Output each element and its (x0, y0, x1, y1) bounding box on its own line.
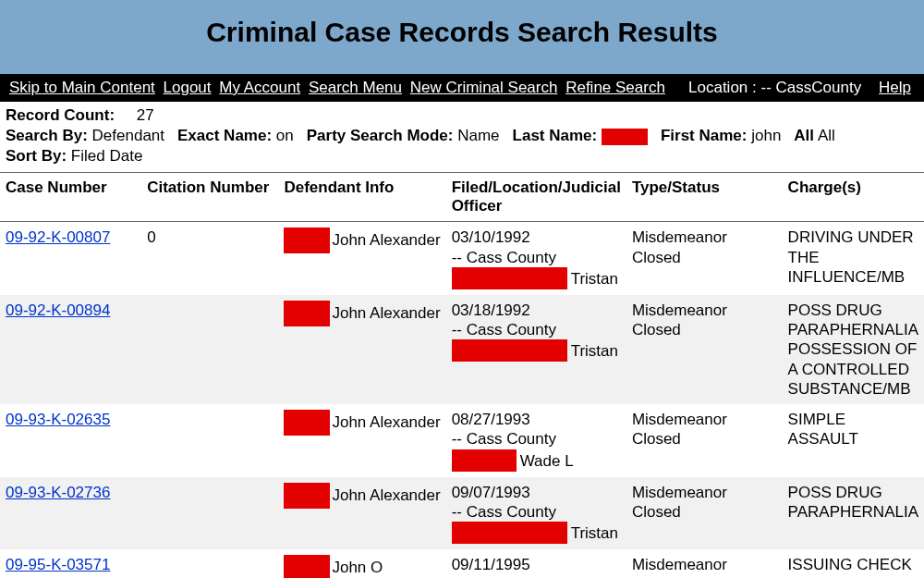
col-citation-number: Citation Number (141, 173, 278, 222)
case-status: Closed (632, 320, 777, 339)
citation-cell (141, 549, 278, 578)
defendant-name: John O (332, 555, 383, 577)
case-type: Misdemeanor (632, 410, 777, 429)
defendant-cell: John Alexander (278, 295, 445, 404)
defendant-name: John Alexander (332, 301, 440, 323)
officer-name: Wade L (520, 449, 574, 471)
case-number-link[interactable]: 09-92-K-00807 (6, 228, 110, 246)
charges-cell: DRIVING UNDER THE INFLUENCE/MB (783, 222, 924, 295)
all-value: All (818, 127, 835, 144)
case-status: Closed (632, 429, 777, 449)
location-value: -- CassCounty (760, 79, 861, 96)
filed-location: -- Cass County (452, 502, 621, 522)
table-header-row: Case Number Citation Number Defendant In… (0, 173, 924, 222)
first-name-value: john (751, 127, 781, 144)
nav-skip[interactable]: Skip to Main Content (9, 79, 155, 96)
defendant-lastname-redaction (284, 228, 330, 253)
charges-cell: POSS DRUG PARAPHERNALIA POSSESSION OF A … (783, 295, 924, 404)
table-row: 09-93-K-02635John Alexander08/27/1993-- … (0, 404, 924, 477)
defendant-cell: John Alexander (278, 222, 445, 295)
defendant-name: John Alexander (332, 228, 440, 250)
sort-by-value: Filed Date (71, 147, 142, 165)
party-mode-label: Party Search Mode: (307, 127, 454, 144)
search-meta: Record Count: 27 Search By: Defendant Ex… (0, 102, 924, 166)
filed-location: -- Cass County (452, 248, 621, 267)
defendant-cell: John Alexander (278, 477, 445, 550)
defendant-lastname-redaction (284, 483, 330, 509)
case-type: Misdemeanor (632, 301, 777, 320)
filed-location: -- Cass County (452, 320, 621, 339)
defendant-cell: John O (278, 549, 445, 578)
nav-my-account[interactable]: My Account (219, 79, 300, 96)
type-status-cell: MisdemeanorClosed (626, 222, 783, 295)
filed-date: 09/07/1993 (452, 483, 621, 502)
judicial-officer-line: Tristan (452, 522, 621, 544)
sort-by-label: Sort By: (6, 147, 67, 165)
filed-date: 08/27/1993 (452, 410, 621, 429)
exact-name-label: Exact Name: (177, 127, 272, 144)
top-nav: Skip to Main Content Logout My Account S… (0, 74, 924, 102)
officer-redaction (452, 522, 567, 544)
case-status: Closed (632, 248, 777, 267)
page-banner: Criminal Case Records Search Results (0, 0, 924, 74)
type-status-cell: MisdemeanorClosed (626, 477, 783, 550)
table-row: 09-92-K-00894John Alexander03/18/1992-- … (0, 295, 924, 404)
charges-cell: POSS DRUG PARAPHERNALIA (783, 477, 924, 550)
case-status: Closed (632, 502, 777, 522)
table-row: 09-92-K-008070John Alexander03/10/1992--… (0, 222, 924, 295)
officer-redaction (452, 339, 567, 362)
case-type: Misdemeanor (632, 228, 777, 247)
filed-location: -- Cass County (452, 574, 621, 578)
party-mode-value: Name (457, 127, 499, 144)
officer-redaction (452, 267, 567, 289)
case-number-link[interactable]: 09-93-K-02736 (6, 484, 110, 501)
search-by-value: Defendant (92, 127, 164, 144)
filed-cell: 03/10/1992-- Cass CountyTristan (446, 222, 626, 295)
col-filed-location-officer: Filed/Location/Judicial Officer (446, 173, 626, 222)
case-number-link[interactable]: 09-92-K-00894 (6, 301, 110, 319)
officer-name: Tristan (571, 522, 618, 543)
col-charges: Charge(s) (783, 173, 924, 222)
nav-links: Skip to Main Content Logout My Account S… (9, 79, 669, 97)
nav-refine-search[interactable]: Refine Search (565, 79, 665, 96)
filed-date: 03/10/1992 (452, 228, 621, 247)
case-number-link[interactable]: 09-93-K-02635 (6, 411, 110, 428)
filed-cell: 03/18/1992-- Cass CountyTristan (446, 295, 626, 404)
type-status-cell: MisdemeanorClosed (626, 549, 783, 578)
judicial-officer-line: Tristan (452, 267, 621, 289)
record-count: 27 (137, 106, 154, 124)
filed-date: 09/11/1995 (452, 555, 621, 574)
type-status-cell: MisdemeanorClosed (626, 295, 783, 404)
citation-cell: 0 (141, 222, 278, 295)
exact-name-value: on (276, 127, 294, 144)
citation-cell (141, 404, 278, 477)
nav-help[interactable]: Help (879, 79, 911, 96)
defendant-lastname-redaction (284, 301, 330, 326)
citation-cell (141, 295, 278, 404)
officer-name: Tristan (571, 339, 618, 361)
filed-date: 03/18/1992 (452, 301, 621, 320)
charges-cell: ISSUING CHECK WITHOUT FUNDS (783, 549, 924, 578)
filed-cell: 08/27/1993-- Cass CountyWade L (446, 404, 626, 477)
nav-new-criminal-search[interactable]: New Criminal Search (410, 79, 558, 96)
col-defendant-info: Defendant Info (278, 173, 445, 222)
citation-cell (141, 477, 278, 550)
defendant-name: John Alexander (332, 410, 440, 432)
defendant-lastname-redaction (284, 555, 330, 578)
first-name-label: First Name: (661, 127, 748, 144)
page-title: Criminal Case Records Search Results (0, 17, 924, 48)
case-type: Misdemeanor (632, 483, 777, 502)
judicial-officer-line: Tristan (452, 339, 621, 362)
nav-right: Location : -- CassCounty Help (688, 79, 915, 97)
case-type: Misdemeanor (632, 555, 777, 574)
location-label: Location : (688, 79, 757, 96)
case-number-link[interactable]: 09-95-K-03571 (6, 556, 110, 573)
nav-logout[interactable]: Logout (164, 79, 212, 96)
case-status: Closed (632, 574, 777, 578)
table-row: 09-95-K-03571John O09/11/1995-- Cass Cou… (0, 549, 924, 578)
nav-search-menu[interactable]: Search Menu (309, 79, 402, 96)
defendant-lastname-redaction (284, 410, 330, 436)
type-status-cell: MisdemeanorClosed (626, 404, 783, 477)
last-name-label: Last Name: (513, 127, 598, 144)
filed-cell: 09/11/1995-- Cass CountyTristan (446, 549, 626, 578)
